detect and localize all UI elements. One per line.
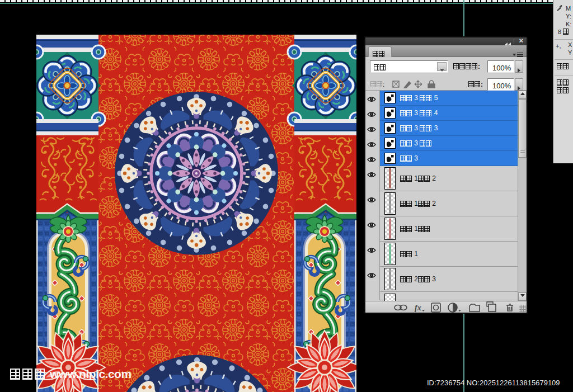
svg-text:fx: fx xyxy=(415,304,421,312)
